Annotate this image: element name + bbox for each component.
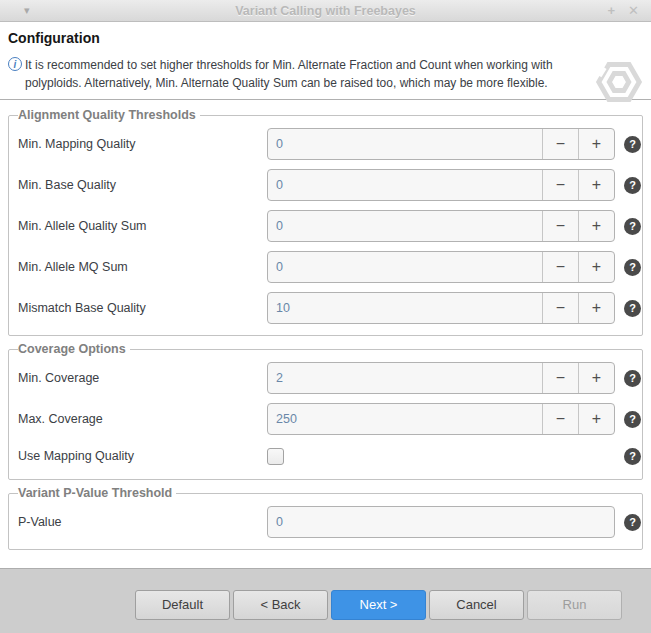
page-title: Configuration [8, 30, 643, 46]
min-mapping-quality-spinner: 0 − + [267, 128, 615, 160]
field-label: Use Mapping Quality [18, 449, 267, 463]
hexagon-logo-icon [595, 56, 643, 108]
group-coverage-options: Coverage Options Min. Coverage 2 − + ? M… [8, 342, 643, 480]
decrement-button[interactable]: − [542, 363, 578, 393]
help-icon[interactable]: ? [624, 300, 641, 317]
increment-button[interactable]: + [578, 404, 614, 434]
decrement-button[interactable]: − [542, 404, 578, 434]
group-title: Alignment Quality Thresholds [18, 108, 200, 122]
use-mapping-quality-checkbox[interactable] [267, 448, 284, 465]
field-label: Min. Mapping Quality [18, 137, 267, 151]
field-label: Max. Coverage [18, 412, 267, 426]
row-min-base-quality: Min. Base Quality 0 − + ? [18, 169, 641, 201]
help-icon[interactable]: ? [624, 218, 641, 235]
field-label: Mismatch Base Quality [18, 301, 267, 315]
default-button[interactable]: Default [135, 590, 230, 620]
group-alignment-quality-thresholds: Alignment Quality Thresholds Min. Mappin… [8, 108, 643, 336]
field-label: Min. Allele MQ Sum [18, 260, 267, 274]
increment-button[interactable]: + [578, 363, 614, 393]
spinner-value[interactable]: 0 [268, 170, 542, 200]
increment-button[interactable]: + [578, 211, 614, 241]
close-icon[interactable]: ✕ [628, 0, 639, 22]
help-icon[interactable]: ? [624, 514, 641, 531]
info-icon: i [8, 57, 22, 71]
decrement-button[interactable]: − [542, 129, 578, 159]
row-max-coverage: Max. Coverage 250 − + ? [18, 403, 641, 435]
increment-button[interactable]: + [578, 129, 614, 159]
min-base-quality-spinner: 0 − + [267, 169, 615, 201]
min-coverage-spinner: 2 − + [267, 362, 615, 394]
run-button: Run [527, 590, 622, 620]
spinner-value[interactable]: 0 [268, 252, 542, 282]
help-icon[interactable]: ? [624, 136, 641, 153]
help-icon[interactable]: ? [624, 370, 641, 387]
spinner-value[interactable]: 250 [268, 404, 542, 434]
mismatch-base-quality-spinner: 10 − + [267, 292, 615, 324]
decrement-button[interactable]: − [542, 170, 578, 200]
increment-button[interactable]: + [578, 293, 614, 323]
decrement-button[interactable]: − [542, 293, 578, 323]
help-icon[interactable]: ? [624, 177, 641, 194]
maximize-icon[interactable]: + [608, 0, 616, 22]
min-allele-quality-sum-spinner: 0 − + [267, 210, 615, 242]
button-bar: Default < Back Next > Cancel Run [0, 568, 651, 633]
decrement-button[interactable]: − [542, 252, 578, 282]
help-icon[interactable]: ? [624, 259, 641, 276]
help-icon[interactable]: ? [624, 411, 641, 428]
window-controls: + ✕ [608, 0, 640, 22]
checkbox-area [267, 448, 615, 465]
row-min-allele-quality-sum: Min. Allele Quality Sum 0 − + ? [18, 210, 641, 242]
group-variant-p-value-threshold: Variant P-Value Threshold P-Value 0 ? [8, 486, 643, 550]
group-title: Variant P-Value Threshold [18, 486, 176, 500]
increment-button[interactable]: + [578, 252, 614, 282]
row-min-mapping-quality: Min. Mapping Quality 0 − + ? [18, 128, 641, 160]
cancel-button[interactable]: Cancel [429, 590, 524, 620]
increment-button[interactable]: + [578, 170, 614, 200]
row-min-coverage: Min. Coverage 2 − + ? [18, 362, 641, 394]
row-p-value: P-Value 0 ? [18, 506, 641, 538]
next-button[interactable]: Next > [331, 590, 426, 620]
help-icon[interactable]: ? [624, 448, 641, 465]
spinner-value[interactable]: 2 [268, 363, 542, 393]
decrement-button[interactable]: − [542, 211, 578, 241]
spinner-value[interactable]: 0 [268, 129, 542, 159]
field-label: Min. Coverage [18, 371, 267, 385]
field-label: Min. Base Quality [18, 178, 267, 192]
row-use-mapping-quality: Use Mapping Quality ? [18, 444, 641, 468]
window-title: Variant Calling with Freebayes [0, 4, 651, 18]
p-value-input[interactable]: 0 [267, 506, 615, 538]
max-coverage-spinner: 250 − + [267, 403, 615, 435]
group-title: Coverage Options [18, 342, 130, 356]
min-allele-mq-sum-spinner: 0 − + [267, 251, 615, 283]
dialog-content: Configuration i It is recommended to set… [0, 22, 651, 568]
row-mismatch-base-quality: Mismatch Base Quality 10 − + ? [18, 292, 641, 324]
back-button[interactable]: < Back [233, 590, 328, 620]
row-min-allele-mq-sum: Min. Allele MQ Sum 0 − + ? [18, 251, 641, 283]
spinner-value[interactable]: 0 [268, 211, 542, 241]
field-label: Min. Allele Quality Sum [18, 219, 267, 233]
field-label: P-Value [18, 515, 267, 529]
window-titlebar: ▾ Variant Calling with Freebayes + ✕ [0, 0, 651, 22]
info-text: It is recommended to set higher threshol… [25, 56, 583, 92]
spinner-value[interactable]: 10 [268, 293, 542, 323]
header-separator [0, 99, 651, 100]
info-banner: i It is recommended to set higher thresh… [8, 56, 583, 92]
